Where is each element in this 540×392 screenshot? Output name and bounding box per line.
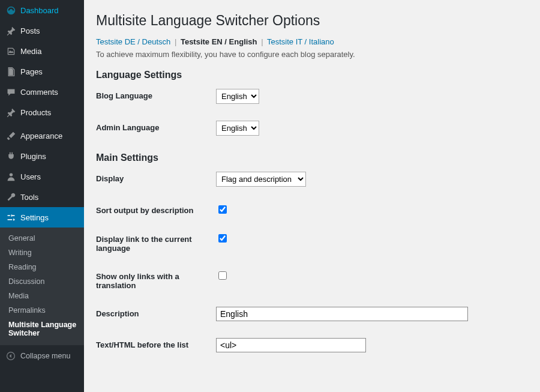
sidebar-item-label: Dashboard [20, 6, 59, 15]
sidebar-submenu-settings: GeneralWritingReadingDiscussionMediaPerm… [0, 228, 84, 345]
sidebar-item-settings[interactable]: Settings [0, 207, 84, 228]
sidebar-item-products[interactable]: Products [0, 102, 84, 122]
sidebar-item-media[interactable]: Media [0, 41, 84, 61]
pin-icon [5, 25, 17, 37]
row-description: Description [96, 307, 528, 321]
pin-icon [5, 106, 17, 118]
select-display[interactable]: Flag and description [216, 172, 306, 187]
submenu-item-writing[interactable]: Writing [0, 246, 84, 260]
sidebar-item-label: Pages [20, 67, 43, 76]
submenu-item-mls[interactable]: Multisite Language Switcher [0, 318, 84, 340]
sidebar-item-appearance[interactable]: Appearance [0, 125, 84, 146]
section-language-settings: Language Settings [96, 70, 528, 80]
select-admin-language[interactable]: English [216, 121, 259, 136]
sidebar-item-users[interactable]: Users [0, 166, 84, 187]
label-admin-language: Admin Language [96, 121, 216, 132]
checkbox-sort-by-desc[interactable] [218, 205, 227, 214]
section-main-settings: Main Settings [96, 152, 528, 163]
checkbox-only-translated[interactable] [218, 271, 227, 280]
input-before-list[interactable] [216, 338, 366, 352]
row-blog-language: Blog Language English [96, 89, 528, 104]
sidebar-item-posts[interactable]: Posts [0, 20, 84, 41]
sidebar-item-label: Comments [20, 88, 58, 97]
sidebar-item-comments[interactable]: Comments [0, 82, 84, 102]
lang-separator: | [259, 37, 265, 46]
submenu-item-discussion[interactable]: Discussion [0, 274, 84, 289]
sidebar-item-label: Posts [20, 26, 40, 35]
page-title: Multisite Language Switcher Options [96, 7, 528, 31]
sidebar-item-tools[interactable]: Tools [0, 187, 84, 207]
sidebar-item-label: Media [20, 47, 41, 56]
collapse-label: Collapse menu [20, 352, 70, 360]
site-language-links: Testsite DE / Deutsch | Testsite EN / En… [96, 37, 528, 49]
admin-sidebar: DashboardPostsMediaPagesCommentsProducts… [0, 0, 84, 392]
select-blog-language[interactable]: English [216, 89, 259, 104]
collapse-icon [5, 350, 17, 362]
sidebar-item-label: Appearance [20, 131, 62, 140]
label-link-current: Display link to the current language [96, 232, 216, 253]
label-description: Description [96, 307, 216, 318]
sliders-icon [5, 211, 17, 223]
sidebar-item-label: Users [20, 172, 41, 181]
plug-icon [5, 150, 17, 162]
sidebar-item-label: Products [20, 108, 51, 117]
brush-icon [5, 130, 17, 142]
pages-icon [5, 65, 17, 77]
submenu-item-media-s[interactable]: Media [0, 289, 84, 303]
row-display: Display Flag and description [96, 172, 528, 187]
sidebar-item-dashboard[interactable]: Dashboard [0, 0, 84, 20]
submenu-item-general[interactable]: General [0, 231, 84, 246]
row-admin-language: Admin Language English [96, 121, 528, 136]
label-blog-language: Blog Language [96, 89, 216, 100]
config-hint: To achieve maximum flexibility, you have… [96, 50, 528, 59]
media-icon [5, 45, 17, 57]
submenu-item-reading[interactable]: Reading [0, 260, 84, 274]
sidebar-item-label: Tools [20, 193, 38, 202]
lang-separator: | [173, 37, 178, 46]
row-sort-by-desc: Sort output by description [96, 204, 528, 216]
wrench-icon [5, 191, 17, 203]
dashboard-icon [5, 4, 17, 16]
label-sort-by-desc: Sort output by description [96, 204, 216, 215]
row-link-current: Display link to the current language [96, 232, 528, 253]
lang-link-current: Testsite EN / English [181, 37, 257, 46]
row-only-translated: Show only links with a translation [96, 270, 528, 290]
label-only-translated: Show only links with a translation [96, 270, 216, 290]
svg-point-0 [9, 173, 12, 176]
label-display: Display [96, 172, 216, 183]
sidebar-item-pages[interactable]: Pages [0, 61, 84, 82]
collapse-menu[interactable]: Collapse menu [0, 345, 84, 367]
content-area: Multisite Language Switcher Options Test… [84, 0, 540, 392]
lang-link[interactable]: Testsite DE / Deutsch [96, 37, 170, 46]
sidebar-item-plugins[interactable]: Plugins [0, 146, 84, 166]
comment-icon [5, 86, 17, 98]
label-before-list: Text/HTML before the list [96, 338, 216, 349]
user-icon [5, 170, 17, 182]
lang-link[interactable]: Testsite IT / Italiano [267, 37, 334, 46]
submenu-item-permalinks[interactable]: Permalinks [0, 303, 84, 318]
row-before-list: Text/HTML before the list [96, 338, 528, 352]
input-description[interactable] [216, 307, 468, 321]
checkbox-link-current[interactable] [218, 234, 227, 243]
sidebar-item-label: Settings [20, 213, 49, 222]
sidebar-item-label: Plugins [20, 152, 46, 161]
